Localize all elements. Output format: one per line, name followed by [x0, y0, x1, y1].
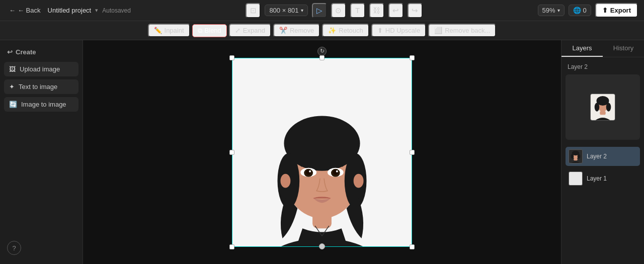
inpaint-icon: ✏️ [154, 27, 162, 34]
sidebar-bottom: ? [4, 238, 78, 258]
redo-button[interactable]: ↪ [408, 3, 423, 18]
upload-image-button[interactable]: 🖼 Upload image [4, 62, 78, 76]
layer2-thumb [569, 149, 583, 163]
hd-upscale-button[interactable]: ⬆ HD Upscale [371, 24, 426, 37]
svg-point-8 [354, 173, 364, 188]
topbar-center: ⊡ 800 × 801 ▾ ▷ ⊙ T ⛓ ↩ ↪ [137, 3, 531, 18]
tab-history[interactable]: History [603, 40, 644, 57]
layers-area: Layer 2 [561, 57, 644, 264]
sidebar-left: ↩ Create 🖼 Upload image ✦ Text to image … [0, 40, 83, 264]
inpaint-label: Inpaint [165, 27, 184, 34]
upload-icon: 🖼 [9, 65, 16, 73]
topbar-right: 59% ▾ 🌐 0 ⬆ Export [537, 3, 638, 18]
resize-handle-br[interactable] [410, 244, 415, 249]
rotate-handle[interactable]: ↻ [317, 47, 327, 56]
image-to-image-button[interactable]: 🔄 Image to image [4, 97, 78, 112]
back-button[interactable]: ← ← Back [6, 5, 44, 16]
svg-point-20 [595, 103, 600, 111]
text-to-image-button[interactable]: ✦ Text to image [4, 79, 78, 94]
canvas-area[interactable]: ↻ [83, 40, 561, 264]
resize-handle-tr[interactable] [410, 55, 415, 60]
main: ↩ Create 🖼 Upload image ✦ Text to image … [0, 40, 644, 264]
resize-handle-bl[interactable] [229, 244, 234, 249]
svg-rect-22 [600, 111, 606, 115]
zoom-button[interactable]: 59% ▾ [538, 5, 565, 16]
layer1-name-label: Layer 1 [587, 175, 607, 182]
retouch-icon: ✨ [328, 27, 336, 34]
zoom-label: 59% [542, 7, 555, 14]
tab-layers[interactable]: Layers [561, 40, 603, 57]
blend-icon: ⧉ [198, 27, 202, 35]
portrait-svg [232, 58, 412, 246]
undo-button[interactable]: ↩ [388, 3, 404, 18]
inpaint-button[interactable]: ✏️ Inpaint [148, 24, 190, 37]
layer-thumb-svg [591, 94, 615, 120]
link-tool-button[interactable]: ⛓ [369, 3, 384, 18]
brush-tool-button[interactable]: ⊙ [331, 3, 346, 18]
topbar: ← ← Back Untitled project ▾ Autosaved ⊡ … [0, 0, 644, 21]
notifications-button[interactable]: 🌐 0 [569, 5, 591, 16]
retouch-button[interactable]: ✨ Retouch [322, 24, 369, 37]
globe-icon: 🌐 [573, 7, 581, 14]
notifications-count: 0 [583, 7, 587, 14]
layer1-thumb [569, 171, 583, 186]
text-to-image-label: Text to image [19, 83, 57, 91]
remove-back-icon: ⬜ [434, 27, 442, 34]
layer-preview-thumb [590, 94, 615, 121]
resize-handle-bm[interactable] [319, 243, 325, 249]
back-icon: ← [9, 7, 16, 14]
svg-point-12 [309, 170, 311, 172]
svg-point-21 [606, 103, 611, 111]
back-label: ← Back [18, 7, 41, 14]
canvas-frame: ↻ [232, 58, 412, 247]
resize-handle-tl[interactable] [229, 55, 234, 60]
canvas-size-label: 800 × 801 [269, 7, 298, 14]
svg-point-7 [280, 173, 290, 188]
svg-point-27 [578, 154, 581, 158]
right-tabs: Layers History [561, 40, 644, 57]
canvas-size-chevron: ▾ [301, 8, 303, 13]
resize-tool-button[interactable]: ⊡ [246, 3, 261, 18]
sidebar-right: Layers History Layer 2 [561, 40, 644, 264]
export-label: Export [610, 7, 631, 14]
remove-icon: ✂️ [279, 27, 287, 34]
blend-label: Blend [205, 27, 221, 34]
layer-item-1[interactable]: Layer 1 [566, 169, 640, 188]
blend-button[interactable]: ⧉ Blend [192, 24, 227, 37]
remove-back-button[interactable]: ⬜ Remove back... [428, 24, 496, 37]
layer2-title: Layer 2 [566, 62, 640, 71]
image-to-image-icon: 🔄 [9, 101, 17, 108]
move-tool-button[interactable]: ▷ [312, 3, 327, 18]
svg-point-26 [571, 154, 574, 158]
remove-button[interactable]: ✂️ Remove [273, 24, 320, 37]
create-section-title: ↩ Create [4, 46, 78, 59]
zoom-chevron: ▾ [557, 8, 560, 13]
expand-icon: ⤢ [235, 27, 240, 34]
layer-preview-big [566, 74, 640, 140]
canvas-image[interactable] [232, 58, 412, 247]
image-to-image-label: Image to image [21, 101, 66, 108]
hd-upscale-icon: ⬆ [377, 27, 383, 34]
layer-item-2[interactable]: Layer 2 [566, 147, 640, 166]
export-button[interactable]: ⬆ Export [595, 3, 638, 18]
topbar-left: ← ← Back Untitled project ▾ Autosaved [6, 5, 131, 16]
svg-rect-28 [574, 158, 577, 161]
upload-image-label: Upload image [20, 65, 60, 73]
autosaved-label: Autosaved [102, 7, 131, 14]
remove-back-label: Remove back... [445, 27, 490, 34]
toolsbar: ✏️ Inpaint ⧉ Blend ⤢ Expand ✂️ Remove ✨ … [0, 21, 644, 40]
text-tool-button[interactable]: T [350, 3, 365, 18]
text-to-image-icon: ✦ [9, 83, 15, 91]
remove-label: Remove [290, 27, 314, 34]
resize-handle-tm[interactable] [319, 55, 325, 60]
canvas-size-button[interactable]: 800 × 801 ▾ [265, 5, 307, 16]
resize-handle-ml[interactable] [229, 150, 234, 155]
expand-label: Expand [243, 27, 265, 34]
create-arrow-icon: ↩ [7, 48, 13, 56]
help-button[interactable]: ? [7, 241, 21, 255]
expand-button[interactable]: ⤢ Expand [229, 24, 271, 37]
layer2-name-label: Layer 2 [587, 153, 607, 160]
retouch-label: Retouch [339, 27, 363, 34]
project-title[interactable]: Untitled project [48, 7, 92, 14]
resize-handle-mr[interactable] [410, 150, 415, 155]
